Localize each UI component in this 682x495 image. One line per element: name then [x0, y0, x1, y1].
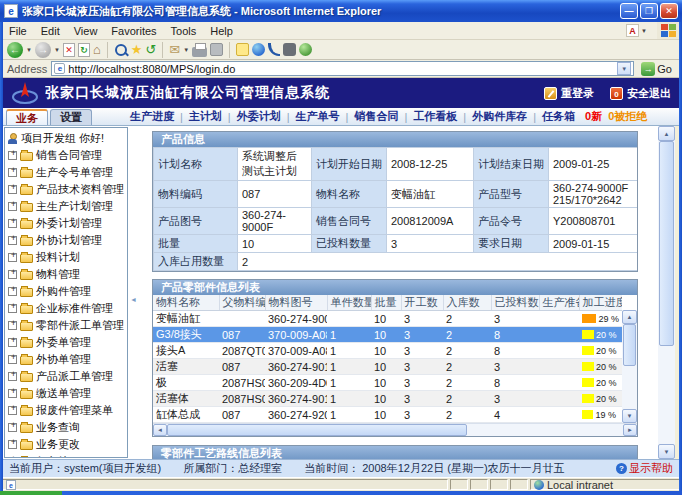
table-row[interactable]: 接头A2087QT002370-009-A0850110328 20 %: [153, 343, 622, 359]
research-button[interactable]: [283, 43, 296, 56]
chevron-down-icon[interactable]: ▼: [54, 47, 60, 53]
badge-rejected[interactable]: 0被拒绝: [608, 109, 647, 124]
menu-edit[interactable]: Edit: [41, 25, 60, 37]
sidebar-item-coop-plan[interactable]: 外协计划管理: [5, 232, 127, 249]
expand-icon[interactable]: [8, 355, 17, 364]
address-input[interactable]: [68, 63, 614, 75]
go-button[interactable]: →Go: [638, 62, 675, 76]
sidebar-collapse-handle[interactable]: ◄: [130, 296, 137, 303]
scroll-up-icon[interactable]: ▲: [622, 310, 637, 324]
msn-button[interactable]: [252, 43, 265, 56]
menu-view[interactable]: View: [74, 25, 98, 37]
nav-production-order[interactable]: 生产单号: [296, 109, 340, 124]
nav-work-board[interactable]: 工作看板: [413, 109, 457, 124]
expand-icon[interactable]: [8, 423, 17, 432]
scroll-up-icon[interactable]: ▲: [658, 126, 675, 141]
favorites-button[interactable]: ★: [131, 42, 143, 58]
page-vertical-scrollbar[interactable]: ▲ ▼: [658, 126, 675, 459]
nav-production-progress[interactable]: 生产进度: [130, 109, 174, 124]
scroll-down-icon[interactable]: ▼: [658, 444, 675, 459]
sidebar-item-tech-data[interactable]: 产品技术资料管理: [5, 181, 127, 198]
expand-icon[interactable]: [8, 151, 17, 160]
menu-favorites[interactable]: Favorites: [111, 25, 156, 37]
sidebar-item-parts-dispatch[interactable]: 零部件派工单管理: [5, 317, 127, 334]
back-button[interactable]: ←▼: [7, 42, 32, 58]
chevron-down-icon[interactable]: ▼: [183, 47, 189, 53]
expand-icon[interactable]: [8, 287, 17, 296]
sidebar-item-standard-parts[interactable]: 企业标准件管理: [5, 300, 127, 317]
history-button[interactable]: ↺: [145, 42, 156, 58]
sidebar-item-business-change[interactable]: 业务更改: [5, 436, 127, 453]
relogin-button[interactable]: 重登录: [544, 86, 594, 101]
menu-help[interactable]: Help: [210, 25, 233, 37]
expand-icon[interactable]: [8, 219, 17, 228]
expand-icon[interactable]: [8, 372, 17, 381]
stop-button[interactable]: ✕: [63, 43, 75, 57]
expand-icon[interactable]: [8, 389, 17, 398]
scroll-right-icon[interactable]: ►: [623, 424, 637, 436]
start-button-fragment[interactable]: [0, 491, 62, 495]
sidebar-item-material-mgmt[interactable]: 物料管理: [5, 266, 127, 283]
forward-button[interactable]: →▼: [35, 42, 60, 58]
adobe-pdf-button[interactable]: A▼: [626, 24, 647, 37]
close-button[interactable]: ✕: [660, 3, 678, 19]
scroll-thumb[interactable]: [623, 324, 636, 366]
sidebar-item-feeding-plan[interactable]: 投料计划: [5, 249, 127, 266]
expand-icon[interactable]: [8, 338, 17, 347]
address-dropdown-button[interactable]: ▼: [617, 62, 631, 75]
table-row[interactable]: 极2087HS002360-209-4D010110328 20 %: [153, 375, 622, 391]
minimize-button[interactable]: —: [620, 3, 638, 19]
parts-horizontal-scrollbar[interactable]: ◄ ►: [153, 423, 637, 436]
parts-vertical-scrollbar[interactable]: ▲ ▼: [622, 310, 637, 423]
windows-taskbar[interactable]: [0, 491, 682, 495]
expand-icon[interactable]: [8, 321, 17, 330]
expand-icon[interactable]: [8, 253, 17, 262]
maximize-button[interactable]: ❐: [640, 3, 658, 19]
address-box[interactable]: e ▼: [51, 61, 634, 76]
expand-icon[interactable]: [8, 185, 17, 194]
expand-icon[interactable]: [8, 457, 17, 458]
scroll-down-icon[interactable]: ▼: [622, 409, 637, 423]
table-row[interactable]: 活塞体2087HS002360-274-9011W110323 20 %: [153, 391, 622, 407]
nav-task-box[interactable]: 任务箱: [542, 109, 575, 124]
discuss-button[interactable]: [236, 43, 249, 56]
scroll-thumb[interactable]: [659, 141, 674, 346]
tab-business[interactable]: 业务: [6, 109, 48, 125]
search-button[interactable]: [114, 43, 128, 57]
table-row[interactable]: 变幅油缸360-274-9000F10323 29 %: [153, 311, 622, 327]
expand-icon[interactable]: [8, 406, 17, 415]
buddy-button[interactable]: [299, 43, 312, 56]
sidebar-item-task-box[interactable]: 任务箱: [5, 453, 127, 458]
expand-icon[interactable]: [8, 168, 17, 177]
messenger-button[interactable]: [268, 43, 280, 56]
print-button[interactable]: [192, 43, 207, 57]
nav-sales-contract[interactable]: 销售合同: [354, 109, 398, 124]
sidebar-item-coop-order[interactable]: 外协单管理: [5, 351, 127, 368]
menu-file[interactable]: File: [9, 25, 27, 37]
expand-icon[interactable]: [8, 440, 17, 449]
nav-master-plan[interactable]: 主计划: [189, 109, 222, 124]
sidebar-item-scrap-mgmt[interactable]: 报废件管理菜单: [5, 402, 127, 419]
expand-icon[interactable]: [8, 270, 17, 279]
expand-icon[interactable]: [8, 304, 17, 313]
show-help-link[interactable]: ?显示帮助: [616, 461, 673, 476]
table-row-selected[interactable]: G3/8接头087370-009-A0840110328 20 %: [153, 327, 622, 343]
badge-new[interactable]: 0新: [585, 109, 602, 124]
table-row[interactable]: 缸体总成087360-274-9200F110324 19 %: [153, 407, 622, 423]
chevron-down-icon[interactable]: ▼: [26, 47, 32, 53]
sidebar-item-production-order[interactable]: 生产令号单管理: [5, 164, 127, 181]
mail-button[interactable]: ✉▼: [169, 42, 189, 58]
sidebar-item-outsource-plan[interactable]: 外委计划管理: [5, 215, 127, 232]
table-row[interactable]: 活塞087360-274-9010F110323 20 %: [153, 359, 622, 375]
sidebar-item-purchased-parts[interactable]: 外购件管理: [5, 283, 127, 300]
menu-tools[interactable]: Tools: [171, 25, 197, 37]
sidebar-item-delivery-note[interactable]: 缴送单管理: [5, 385, 127, 402]
expand-icon[interactable]: [8, 236, 17, 245]
tab-settings[interactable]: 设置: [50, 109, 92, 125]
logout-button[interactable]: 0安全退出: [610, 86, 671, 101]
home-button[interactable]: ⌂: [93, 42, 101, 58]
scroll-thumb[interactable]: [167, 424, 467, 436]
sidebar-item-sales-contract[interactable]: 销售合同管理: [5, 147, 127, 164]
edit-button[interactable]: [210, 43, 223, 56]
expand-icon[interactable]: [8, 202, 17, 211]
